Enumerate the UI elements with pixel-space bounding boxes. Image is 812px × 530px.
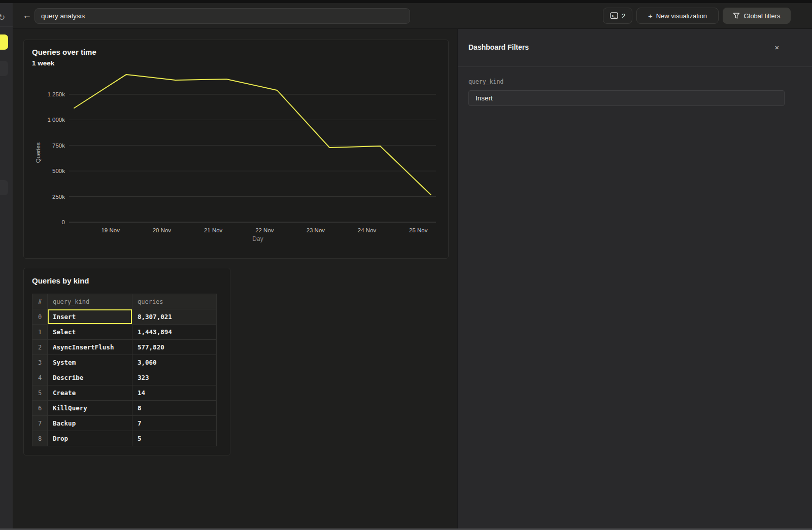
filter-field-label: query_kind bbox=[468, 78, 503, 85]
svg-text:0: 0 bbox=[62, 219, 65, 225]
filter-field-input[interactable] bbox=[468, 90, 785, 106]
terminal-window-icon: >_ bbox=[610, 12, 618, 19]
table-cell-queries[interactable]: 323 bbox=[132, 370, 217, 385]
sidebar-item-2[interactable] bbox=[0, 61, 8, 76]
svg-text:500k: 500k bbox=[52, 168, 65, 174]
svg-text:21 Nov: 21 Nov bbox=[204, 227, 223, 233]
table-cell-query-kind[interactable]: System bbox=[48, 355, 132, 370]
table-row: 8 Drop 5 bbox=[32, 431, 217, 446]
table-row: 2 AsyncInsertFlush 577,820 bbox=[32, 340, 217, 355]
back-arrow-icon: ← bbox=[22, 10, 31, 20]
table-cell-query-kind[interactable]: Select bbox=[48, 325, 132, 340]
svg-text:25 Nov: 25 Nov bbox=[409, 227, 428, 233]
table-header-row: # query_kind queries bbox=[32, 294, 217, 309]
table-row-index: 2 bbox=[32, 340, 48, 355]
table-row-index: 8 bbox=[32, 431, 48, 446]
table-row-index: 3 bbox=[32, 355, 48, 370]
sidebar-divider bbox=[0, 26, 13, 27]
table-row-index: 1 bbox=[32, 325, 48, 340]
svg-text:19 Nov: 19 Nov bbox=[101, 227, 120, 233]
table-cell-queries[interactable]: 14 bbox=[132, 385, 217, 401]
topbar: ← >_ 2 + New visualization Global filter… bbox=[13, 3, 812, 29]
svg-text:Day: Day bbox=[252, 235, 263, 242]
table-row: 5 Create 14 bbox=[32, 385, 217, 401]
funnel-icon bbox=[733, 12, 740, 19]
svg-text:22 Nov: 22 Nov bbox=[255, 227, 274, 233]
svg-text:750k: 750k bbox=[52, 143, 65, 149]
table-cell-query-kind[interactable]: KillQuery bbox=[48, 401, 132, 416]
svg-text:24 Nov: 24 Nov bbox=[358, 227, 377, 233]
plus-icon: + bbox=[648, 12, 653, 20]
queries-over-time-card: Queries over time 1 week 0250k500k750k1 … bbox=[23, 40, 449, 259]
table-row-index: 0 bbox=[32, 309, 48, 325]
table-cell-query-kind[interactable]: Create bbox=[48, 385, 132, 401]
filters-panel-title: Dashboard Filters bbox=[468, 43, 529, 51]
table-cell-queries[interactable]: 1,443,894 bbox=[132, 325, 217, 340]
new-visualization-button[interactable]: + New visualization bbox=[636, 8, 719, 24]
table-cell-query-kind[interactable]: Insert bbox=[48, 309, 132, 325]
table-cell-query-kind[interactable]: Describe bbox=[48, 370, 132, 385]
svg-text:23 Nov: 23 Nov bbox=[307, 227, 325, 233]
console-button[interactable]: >_ 2 bbox=[603, 8, 632, 24]
table-cell-query-kind[interactable]: Drop bbox=[48, 431, 132, 446]
table-cell-queries[interactable]: 8 bbox=[132, 401, 217, 416]
close-icon: × bbox=[775, 43, 780, 52]
dashboard-name-input[interactable] bbox=[35, 8, 410, 24]
table-row: 3 System 3,060 bbox=[32, 355, 217, 370]
column-header-queries: queries bbox=[132, 294, 217, 309]
global-filters-label: Global filters bbox=[743, 12, 780, 20]
sidebar-item-3[interactable] bbox=[0, 180, 8, 195]
close-button[interactable]: × bbox=[770, 41, 784, 53]
table-row-index: 6 bbox=[32, 401, 48, 416]
table-title: Queries by kind bbox=[32, 276, 89, 285]
column-header-query-kind: query_kind bbox=[48, 294, 132, 309]
sidebar: ↻ bbox=[0, 3, 13, 528]
global-filters-button[interactable]: Global filters bbox=[723, 8, 791, 24]
queries-by-kind-card: Queries by kind # query_kind queries 0 I… bbox=[23, 268, 230, 455]
dashboard-filters-panel: Dashboard Filters × query_kind bbox=[457, 29, 812, 530]
table-row: 4 Describe 323 bbox=[32, 370, 217, 385]
queries-line-chart[interactable]: 0250k500k750k1 000k1 250k19 Nov20 Nov21 … bbox=[24, 40, 449, 259]
filters-panel-divider bbox=[458, 66, 812, 67]
table-cell-queries[interactable]: 5 bbox=[132, 431, 217, 446]
table-row: 7 Backup 7 bbox=[32, 416, 217, 431]
svg-text:>_: >_ bbox=[612, 14, 616, 18]
table-cell-queries[interactable]: 577,820 bbox=[132, 340, 217, 355]
console-count-badge: 2 bbox=[622, 12, 625, 20]
table-cell-query-kind[interactable]: Backup bbox=[48, 416, 132, 431]
table-row-index: 4 bbox=[32, 370, 48, 385]
table-cell-queries[interactable]: 8,307,021 bbox=[132, 309, 217, 325]
column-header-index: # bbox=[32, 294, 48, 309]
table-cell-queries[interactable]: 3,060 bbox=[132, 355, 217, 370]
table-row-index: 5 bbox=[32, 385, 48, 401]
table-row-index: 7 bbox=[32, 416, 48, 431]
history-icon[interactable]: ↻ bbox=[0, 13, 5, 22]
svg-text:1 250k: 1 250k bbox=[47, 91, 65, 97]
svg-text:20 Nov: 20 Nov bbox=[153, 227, 172, 233]
svg-text:250k: 250k bbox=[52, 194, 65, 200]
table-row: 0 Insert 8,307,021 bbox=[32, 309, 217, 325]
table-cell-queries[interactable]: 7 bbox=[132, 416, 217, 431]
new-visualization-label: New visualization bbox=[656, 12, 707, 20]
table-row: 1 Select 1,443,894 bbox=[32, 325, 217, 340]
table-cell-query-kind[interactable]: AsyncInsertFlush bbox=[48, 340, 132, 355]
back-button[interactable]: ← bbox=[19, 7, 35, 23]
svg-text:Queries: Queries bbox=[35, 143, 41, 163]
svg-text:1 000k: 1 000k bbox=[47, 117, 65, 123]
main-content: Queries over time 1 week 0250k500k750k1 … bbox=[13, 29, 457, 530]
sidebar-item-dashboard-active[interactable] bbox=[0, 34, 8, 50]
table-row: 6 KillQuery 8 bbox=[32, 401, 217, 416]
queries-table: # query_kind queries 0 Insert 8,307,021 … bbox=[32, 294, 217, 446]
